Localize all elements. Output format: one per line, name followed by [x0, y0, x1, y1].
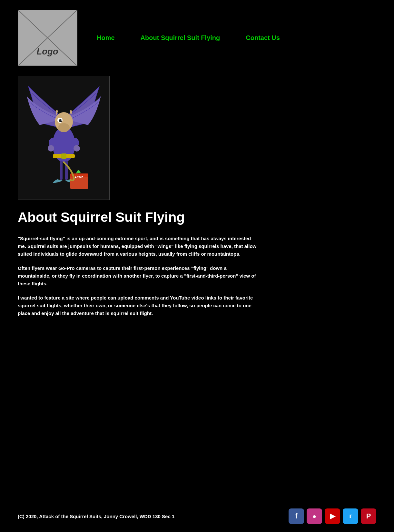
main-nav: Home About Squirrel Suit Flying Contact …: [97, 34, 280, 42]
youtube-button[interactable]: ▶: [325, 508, 340, 524]
facebook-icon: f: [295, 512, 297, 520]
svg-point-9: [61, 119, 62, 121]
instagram-icon: ●: [312, 513, 316, 520]
header: Logo Home About Squirrel Suit Flying Con…: [0, 0, 394, 76]
hero-image: ACME: [18, 76, 110, 200]
paragraph-2: Often flyers wear Go-Pro cameras to capt…: [18, 264, 260, 288]
svg-point-8: [59, 119, 62, 122]
paragraph-1: "Squirrel-suit flying" is an up-and-comi…: [18, 235, 260, 258]
svg-rect-15: [61, 153, 66, 159]
page-title: About Squirrel Suit Flying: [18, 210, 376, 225]
svg-point-12: [48, 145, 54, 152]
svg-text:Logo: Logo: [37, 46, 58, 56]
svg-rect-16: [60, 161, 63, 180]
twitter-button[interactable]: 𝕣: [343, 508, 358, 524]
logo: Logo: [18, 10, 77, 66]
main-content: ACME About Squirrel Suit Flying "Squirre…: [0, 76, 394, 317]
youtube-icon: ▶: [330, 512, 335, 520]
social-icons: f ● ▶ 𝕣 P: [289, 508, 376, 524]
svg-point-6: [58, 123, 70, 132]
content-body: "Squirrel-suit flying" is an up-and-comi…: [18, 235, 260, 317]
twitter-icon: 𝕣: [349, 513, 352, 520]
nav-home[interactable]: Home: [97, 34, 115, 42]
pinterest-button[interactable]: P: [361, 508, 376, 524]
nav-contact[interactable]: Contact Us: [246, 34, 280, 42]
instagram-button[interactable]: ●: [307, 508, 322, 524]
facebook-button[interactable]: f: [289, 508, 304, 524]
nav-about[interactable]: About Squirrel Suit Flying: [141, 34, 220, 42]
svg-text:ACME: ACME: [74, 176, 83, 179]
svg-point-13: [74, 145, 80, 152]
paragraph-3: I wanted to feature a site where people …: [18, 294, 260, 317]
footer: (C) 2020, Attack of the Squirrel Suits, …: [0, 500, 394, 532]
pinterest-icon: P: [366, 512, 371, 520]
copyright-text: (C) 2020, Attack of the Squirrel Suits, …: [18, 514, 174, 519]
